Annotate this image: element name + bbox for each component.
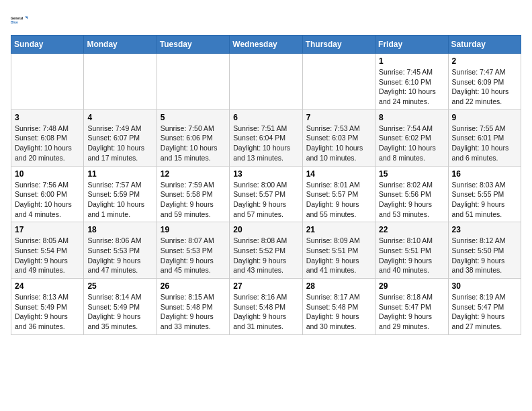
day-number: 20: [233, 225, 298, 234]
day-info: Sunrise: 8:05 AM Sunset: 5:54 PM Dayligh…: [15, 236, 80, 275]
calendar-cell: 15Sunrise: 8:02 AM Sunset: 5:56 PM Dayli…: [375, 166, 448, 222]
day-number: 24: [15, 281, 80, 291]
weekday-header-saturday: Saturday: [448, 36, 521, 54]
day-info: Sunrise: 7:51 AM Sunset: 6:04 PM Dayligh…: [233, 124, 298, 163]
day-number: 17: [15, 225, 80, 234]
weekday-header-friday: Friday: [375, 36, 448, 54]
calendar-cell: 20Sunrise: 8:08 AM Sunset: 5:52 PM Dayli…: [230, 222, 302, 279]
day-number: 19: [161, 225, 226, 234]
day-info: Sunrise: 8:06 AM Sunset: 5:53 PM Dayligh…: [87, 236, 152, 275]
day-info: Sunrise: 8:10 AM Sunset: 5:51 PM Dayligh…: [379, 236, 444, 275]
calendar-cell: 30Sunrise: 8:19 AM Sunset: 5:47 PM Dayli…: [448, 279, 521, 335]
day-number: 25: [87, 281, 152, 291]
calendar-cell: 27Sunrise: 8:16 AM Sunset: 5:48 PM Dayli…: [230, 279, 302, 335]
day-number: 5: [161, 113, 226, 122]
calendar-cell: 26Sunrise: 8:15 AM Sunset: 5:48 PM Dayli…: [157, 279, 229, 335]
day-info: Sunrise: 8:09 AM Sunset: 5:51 PM Dayligh…: [306, 236, 371, 275]
calendar-cell: 1Sunrise: 7:45 AM Sunset: 6:10 PM Daylig…: [375, 54, 448, 110]
logo: GeneralBlue: [11, 11, 30, 30]
weekday-header-tuesday: Tuesday: [157, 36, 229, 54]
svg-text:General: General: [11, 17, 24, 20]
calendar-cell: 2Sunrise: 7:47 AM Sunset: 6:09 PM Daylig…: [448, 54, 521, 110]
day-number: 13: [233, 169, 298, 179]
calendar-cell: 25Sunrise: 8:14 AM Sunset: 5:49 PM Dayli…: [84, 279, 157, 335]
day-info: Sunrise: 8:16 AM Sunset: 5:48 PM Dayligh…: [233, 292, 298, 332]
day-info: Sunrise: 8:03 AM Sunset: 5:55 PM Dayligh…: [452, 180, 517, 220]
day-number: 16: [452, 169, 517, 179]
calendar-cell: 10Sunrise: 7:56 AM Sunset: 6:00 PM Dayli…: [11, 166, 84, 222]
day-number: 7: [306, 113, 371, 122]
day-number: 10: [15, 169, 80, 179]
day-info: Sunrise: 7:49 AM Sunset: 6:07 PM Dayligh…: [87, 124, 152, 163]
day-info: Sunrise: 7:47 AM Sunset: 6:09 PM Dayligh…: [452, 67, 517, 107]
weekday-header-thursday: Thursday: [302, 36, 375, 54]
weekday-header-monday: Monday: [84, 36, 157, 54]
day-info: Sunrise: 7:57 AM Sunset: 5:59 PM Dayligh…: [87, 180, 152, 220]
calendar-cell: [84, 54, 157, 110]
header: GeneralBlue: [11, 11, 521, 30]
day-info: Sunrise: 7:45 AM Sunset: 6:10 PM Dayligh…: [379, 67, 444, 107]
calendar-cell: 16Sunrise: 8:03 AM Sunset: 5:55 PM Dayli…: [448, 166, 521, 222]
calendar-cell: 11Sunrise: 7:57 AM Sunset: 5:59 PM Dayli…: [84, 166, 157, 222]
calendar-cell: [230, 54, 302, 110]
day-number: 14: [306, 169, 371, 179]
day-number: 6: [233, 113, 298, 122]
day-number: 3: [15, 113, 80, 122]
calendar-cell: 18Sunrise: 8:06 AM Sunset: 5:53 PM Dayli…: [84, 222, 157, 279]
day-info: Sunrise: 7:50 AM Sunset: 6:06 PM Dayligh…: [161, 124, 226, 163]
svg-text:Blue: Blue: [11, 21, 18, 24]
day-number: 18: [87, 225, 152, 234]
day-number: 30: [452, 281, 517, 291]
day-info: Sunrise: 8:02 AM Sunset: 5:56 PM Dayligh…: [379, 180, 444, 220]
calendar-cell: 7Sunrise: 7:53 AM Sunset: 6:03 PM Daylig…: [302, 109, 375, 166]
calendar-cell: 19Sunrise: 8:07 AM Sunset: 5:53 PM Dayli…: [157, 222, 229, 279]
day-info: Sunrise: 8:12 AM Sunset: 5:50 PM Dayligh…: [452, 236, 517, 275]
day-number: 15: [379, 169, 444, 179]
week-row-4: 17Sunrise: 8:05 AM Sunset: 5:54 PM Dayli…: [11, 222, 521, 279]
day-info: Sunrise: 7:48 AM Sunset: 6:08 PM Dayligh…: [15, 124, 80, 163]
calendar-cell: 17Sunrise: 8:05 AM Sunset: 5:54 PM Dayli…: [11, 222, 84, 279]
day-number: 23: [452, 225, 517, 234]
week-row-3: 10Sunrise: 7:56 AM Sunset: 6:00 PM Dayli…: [11, 166, 521, 222]
calendar-cell: [11, 54, 84, 110]
day-info: Sunrise: 8:18 AM Sunset: 5:47 PM Dayligh…: [379, 292, 444, 332]
calendar-table: SundayMondayTuesdayWednesdayThursdayFrid…: [11, 35, 521, 335]
day-number: 22: [379, 225, 444, 234]
day-number: 12: [161, 169, 226, 179]
calendar-cell: 28Sunrise: 8:17 AM Sunset: 5:48 PM Dayli…: [302, 279, 375, 335]
day-number: 29: [379, 281, 444, 291]
svg-marker-2: [25, 16, 28, 19]
day-info: Sunrise: 8:08 AM Sunset: 5:52 PM Dayligh…: [233, 236, 298, 275]
day-info: Sunrise: 7:54 AM Sunset: 6:02 PM Dayligh…: [379, 124, 444, 163]
week-row-2: 3Sunrise: 7:48 AM Sunset: 6:08 PM Daylig…: [11, 109, 521, 166]
calendar-cell: 9Sunrise: 7:55 AM Sunset: 6:01 PM Daylig…: [448, 109, 521, 166]
calendar-cell: 3Sunrise: 7:48 AM Sunset: 6:08 PM Daylig…: [11, 109, 84, 166]
calendar-cell: 22Sunrise: 8:10 AM Sunset: 5:51 PM Dayli…: [375, 222, 448, 279]
calendar-cell: 23Sunrise: 8:12 AM Sunset: 5:50 PM Dayli…: [448, 222, 521, 279]
day-number: 21: [306, 225, 371, 234]
day-number: 9: [452, 113, 517, 122]
weekday-header-row: SundayMondayTuesdayWednesdayThursdayFrid…: [11, 36, 521, 54]
day-info: Sunrise: 8:14 AM Sunset: 5:49 PM Dayligh…: [87, 292, 152, 332]
calendar-cell: 13Sunrise: 8:00 AM Sunset: 5:57 PM Dayli…: [230, 166, 302, 222]
day-number: 28: [306, 281, 371, 291]
calendar-cell: 8Sunrise: 7:54 AM Sunset: 6:02 PM Daylig…: [375, 109, 448, 166]
day-number: 11: [87, 169, 152, 179]
day-number: 26: [161, 281, 226, 291]
weekday-header-sunday: Sunday: [11, 36, 84, 54]
calendar-cell: 5Sunrise: 7:50 AM Sunset: 6:06 PM Daylig…: [157, 109, 229, 166]
calendar-cell: [302, 54, 375, 110]
calendar-cell: 14Sunrise: 8:01 AM Sunset: 5:57 PM Dayli…: [302, 166, 375, 222]
day-info: Sunrise: 8:13 AM Sunset: 5:49 PM Dayligh…: [15, 292, 80, 332]
day-number: 4: [87, 113, 152, 122]
logo-icon: GeneralBlue: [11, 11, 30, 30]
calendar-cell: 12Sunrise: 7:59 AM Sunset: 5:58 PM Dayli…: [157, 166, 229, 222]
day-info: Sunrise: 7:59 AM Sunset: 5:58 PM Dayligh…: [161, 180, 226, 220]
calendar-cell: 29Sunrise: 8:18 AM Sunset: 5:47 PM Dayli…: [375, 279, 448, 335]
day-info: Sunrise: 8:15 AM Sunset: 5:48 PM Dayligh…: [161, 292, 226, 332]
weekday-header-wednesday: Wednesday: [230, 36, 302, 54]
day-number: 2: [452, 56, 517, 66]
calendar-cell: 4Sunrise: 7:49 AM Sunset: 6:07 PM Daylig…: [84, 109, 157, 166]
calendar-cell: 21Sunrise: 8:09 AM Sunset: 5:51 PM Dayli…: [302, 222, 375, 279]
day-info: Sunrise: 7:53 AM Sunset: 6:03 PM Dayligh…: [306, 124, 371, 163]
